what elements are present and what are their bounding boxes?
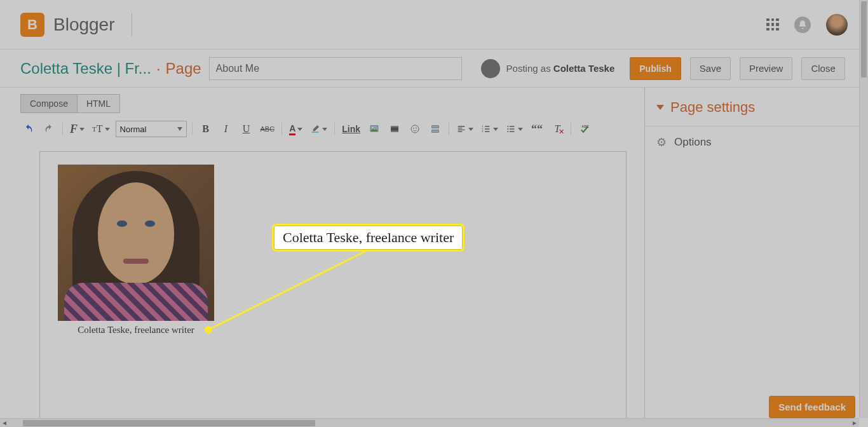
svg-text:ABC: ABC	[581, 125, 589, 128]
save-button[interactable]: Save	[690, 57, 731, 80]
text-color-dropdown[interactable]: A	[287, 121, 304, 137]
insert-emoji-button[interactable]	[407, 121, 423, 137]
insert-link-button[interactable]: Link	[340, 121, 362, 137]
svg-text:3: 3	[482, 130, 484, 133]
spellcheck-button[interactable]: ABC	[576, 121, 593, 137]
remove-formatting-button[interactable]: T✕	[549, 121, 566, 137]
settings-sidebar: Page settings ⚙ Options	[644, 88, 868, 427]
tab-compose[interactable]: Compose	[20, 94, 77, 113]
annotation-callout: Coletta Teske, freelance writer	[272, 224, 465, 252]
toolbar-separator	[571, 123, 571, 135]
editor-tabs: Compose HTML	[20, 94, 644, 113]
font-size-dropdown[interactable]: TT	[90, 121, 112, 137]
posting-avatar-icon	[481, 59, 500, 78]
insert-video-button[interactable]	[386, 121, 403, 137]
quote-button[interactable]: ““	[529, 121, 545, 137]
svg-point-15	[507, 128, 508, 130]
blog-title-link[interactable]: Coletta Teske | Fr...	[20, 60, 151, 78]
svg-point-7	[413, 128, 414, 129]
main-area: Compose HTML F TT Normal B I U ABC A Lin…	[0, 88, 868, 427]
inserted-image[interactable]	[58, 165, 214, 321]
notifications-icon[interactable]	[794, 17, 811, 33]
editor-toolbar: F TT Normal B I U ABC A Link 123 ““ T✕ A…	[20, 119, 644, 139]
bold-button[interactable]: B	[198, 121, 214, 137]
svg-rect-10	[432, 130, 439, 132]
preview-button[interactable]: Preview	[740, 57, 792, 80]
vertical-scrollbar[interactable]	[859, 0, 868, 418]
editor-column: Compose HTML F TT Normal B I U ABC A Lin…	[0, 88, 644, 427]
highlight-color-dropdown[interactable]	[308, 121, 329, 137]
svg-point-14	[507, 126, 508, 127]
page-title-input[interactable]	[209, 57, 462, 80]
insert-image-button[interactable]	[366, 121, 383, 137]
options-label: Options	[674, 136, 712, 149]
gear-icon: ⚙	[656, 135, 667, 149]
page-subheader: Coletta Teske | Fr... · Page Posting as …	[0, 50, 868, 88]
caret-down-icon	[656, 105, 664, 110]
insert-jump-break-button[interactable]	[427, 121, 444, 137]
header-separator	[132, 13, 132, 36]
bullet-list-dropdown[interactable]	[504, 121, 525, 137]
publish-button[interactable]: Publish	[630, 57, 681, 80]
apps-grid-icon[interactable]	[766, 18, 779, 31]
svg-point-8	[416, 128, 417, 129]
alignment-dropdown[interactable]	[454, 121, 475, 137]
page-settings-toggle[interactable]: Page settings	[645, 88, 868, 126]
strikethrough-button[interactable]: ABC	[259, 121, 277, 137]
toolbar-separator	[334, 123, 335, 135]
mode-label: Page	[166, 60, 201, 78]
redo-button[interactable]	[41, 121, 57, 137]
svg-rect-0	[312, 132, 319, 133]
format-value: Normal	[120, 125, 147, 134]
tab-html[interactable]: HTML	[77, 94, 120, 113]
blogger-logo-icon: B	[20, 13, 44, 37]
top-header: B Blogger	[0, 0, 868, 50]
svg-rect-9	[432, 126, 439, 128]
svg-point-2	[372, 127, 374, 129]
underline-button[interactable]: U	[238, 121, 255, 137]
svg-point-16	[507, 131, 508, 132]
toolbar-separator	[281, 123, 282, 135]
posting-as-name: Coletta Teske	[553, 63, 614, 74]
numbered-list-dropdown[interactable]: 123	[479, 121, 500, 137]
scroll-right-arrow-icon[interactable]: ►	[850, 419, 859, 428]
scroll-left-arrow-icon[interactable]: ◄	[0, 419, 9, 428]
blogger-wordmark: Blogger	[53, 15, 115, 35]
logo-letter: B	[27, 17, 37, 33]
annotation-text: Coletta Teske, freelance writer	[283, 229, 454, 245]
italic-button[interactable]: I	[218, 121, 234, 137]
toolbar-separator	[192, 123, 193, 135]
send-feedback-button[interactable]: Send feedback	[769, 396, 855, 418]
toolbar-separator	[449, 123, 449, 135]
font-family-dropdown[interactable]: F	[68, 121, 86, 137]
horizontal-scrollbar[interactable]: ◄ ►	[0, 418, 859, 427]
options-row[interactable]: ⚙ Options	[645, 126, 868, 158]
posting-as: Posting as Coletta Teske	[481, 59, 615, 78]
page-settings-label: Page settings	[670, 99, 755, 116]
close-button[interactable]: Close	[801, 57, 844, 80]
editor-canvas[interactable]: Coletta Teske, freelance writer	[39, 151, 627, 421]
svg-point-6	[411, 125, 419, 133]
svg-rect-4	[391, 126, 398, 127]
paragraph-format-dropdown[interactable]: Normal	[116, 121, 187, 137]
undo-button[interactable]	[20, 121, 37, 137]
toolbar-separator	[62, 123, 63, 135]
posting-as-prefix: Posting as	[506, 63, 553, 74]
image-caption[interactable]: Coletta Teske, freelance writer	[58, 325, 214, 336]
annotation-dot-icon	[205, 326, 212, 334]
account-avatar[interactable]	[826, 14, 848, 36]
svg-rect-5	[391, 131, 398, 132]
breadcrumb-dot: ·	[156, 60, 161, 78]
